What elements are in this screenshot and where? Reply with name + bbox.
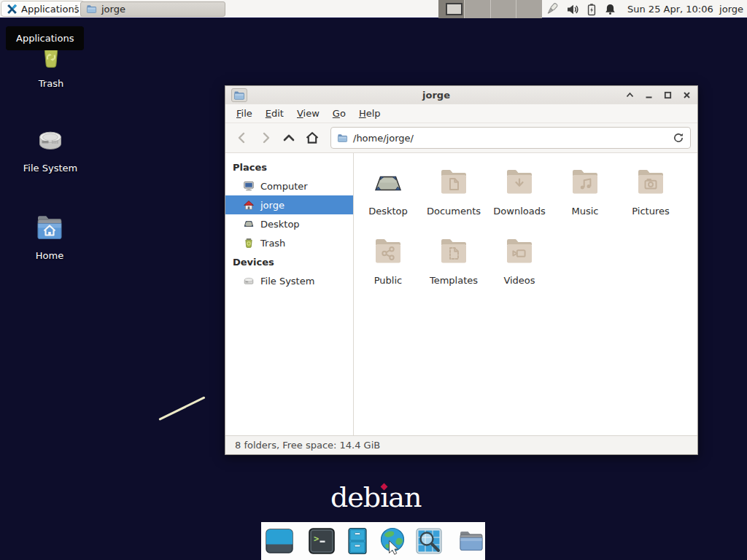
menubar: File Edit View Go Help: [225, 104, 697, 123]
pictures-folder-icon: [633, 165, 668, 200]
desktop: Applications jorge: [0, 0, 747, 560]
desktop-icon-home[interactable]: Home: [15, 210, 85, 261]
videos-folder-icon: [502, 234, 537, 269]
workspace-4[interactable]: [516, 0, 542, 18]
debian-logo-text: deb: [330, 481, 380, 513]
sidebar-item-file-system[interactable]: File System: [225, 271, 353, 290]
taskbar-window-button[interactable]: jorge: [80, 1, 225, 17]
top-panel: Applications jorge: [0, 0, 747, 18]
back-button[interactable]: [232, 128, 252, 148]
window-body: Places Computer jorge: [225, 153, 697, 435]
terminal-launcher[interactable]: >: [307, 526, 336, 556]
applications-tooltip: Applications: [6, 26, 84, 50]
sidebar-item-jorge[interactable]: jorge: [225, 195, 353, 214]
debian-logo: debıan: [330, 481, 421, 513]
menu-help[interactable]: Help: [352, 105, 387, 122]
sidebar-item-trash[interactable]: Trash: [225, 233, 353, 252]
menu-go[interactable]: Go: [326, 105, 352, 122]
application-finder-launcher[interactable]: [414, 526, 444, 556]
folder-icon: [457, 526, 486, 556]
menu-view[interactable]: View: [290, 105, 326, 122]
sidebar-item-label: jorge: [260, 200, 285, 211]
notifications-icon[interactable]: [604, 3, 616, 16]
volume-icon[interactable]: [566, 3, 579, 16]
applications-menu-button[interactable]: Applications: [1, 1, 85, 17]
folder-icon: [337, 133, 348, 144]
xfce-logo-icon: [7, 4, 18, 15]
path-entry[interactable]: /home/jorge/: [330, 127, 691, 149]
terminal-icon: >: [307, 526, 336, 556]
home-button[interactable]: [302, 128, 322, 148]
file-item-label: Pictures: [632, 206, 669, 217]
file-item-videos[interactable]: Videos: [487, 234, 552, 303]
sidebar-item-label: Trash: [260, 238, 285, 249]
desktop-icon-label: Home: [36, 250, 63, 261]
computer-icon: [243, 180, 255, 192]
desktop-icon-file-system[interactable]: File System: [15, 122, 85, 174]
home-folder-icon: [32, 210, 67, 245]
debian-logo-text: an: [388, 481, 421, 513]
drive-icon: [33, 122, 68, 158]
statusbar: 8 folders, Free space: 14.4 GiB: [225, 435, 697, 454]
file-item-label: Music: [572, 206, 599, 217]
file-item-music[interactable]: Music: [552, 165, 618, 234]
file-cabinet-icon: [343, 526, 372, 556]
debian-diamond-icon: [380, 483, 387, 491]
sidebar-item-computer[interactable]: Computer: [225, 176, 353, 195]
sidebar: Places Computer jorge: [225, 153, 354, 435]
file-item-public[interactable]: Public: [355, 234, 421, 303]
desktop-icon: [243, 218, 255, 230]
up-button[interactable]: [279, 128, 298, 148]
svg-text:>: >: [314, 534, 319, 544]
file-item-pictures[interactable]: Pictures: [618, 165, 684, 234]
file-item-label: Public: [374, 275, 402, 286]
file-item-documents[interactable]: Documents: [421, 165, 487, 234]
show-desktop-button[interactable]: [265, 526, 294, 556]
file-manager-window: jorge File Edit View Go Help: [225, 85, 698, 455]
workspace-1[interactable]: [438, 0, 465, 18]
window-titlebar[interactable]: jorge: [225, 86, 697, 104]
input-device-icon[interactable]: [545, 2, 560, 17]
workspace-window-thumbnail: [446, 3, 462, 15]
refresh-icon[interactable]: [673, 132, 684, 144]
sidebar-item-desktop[interactable]: Desktop: [225, 214, 353, 233]
downloads-folder-icon: [502, 165, 537, 200]
applications-menu-label: Applications: [21, 4, 79, 15]
clock[interactable]: Sun 25 Apr, 10:06: [627, 0, 713, 18]
workspace-3[interactable]: [491, 0, 517, 18]
folder-launcher[interactable]: [457, 526, 486, 556]
web-browser-icon: [379, 526, 408, 556]
window-controls: [625, 90, 692, 100]
path-value[interactable]: /home/jorge/: [353, 133, 667, 144]
menu-edit[interactable]: Edit: [259, 105, 290, 122]
file-item-desktop[interactable]: Desktop: [355, 165, 421, 234]
forward-button[interactable]: [255, 128, 275, 148]
close-button[interactable]: [682, 90, 692, 100]
file-item-label: Videos: [503, 275, 535, 286]
desktop-icon: [371, 165, 406, 200]
sidebar-places-header: Places: [225, 158, 353, 176]
templates-folder-icon: [436, 234, 471, 269]
sidebar-item-label: File System: [260, 276, 314, 287]
battery-icon[interactable]: [586, 3, 597, 16]
menu-file[interactable]: File: [230, 105, 259, 122]
user-home-icon: [243, 199, 255, 211]
workspace-2[interactable]: [465, 0, 491, 18]
dock-panel: >: [261, 522, 485, 560]
music-folder-icon: [568, 165, 603, 200]
file-item-downloads[interactable]: Downloads: [487, 165, 552, 234]
file-manager-launcher[interactable]: [343, 526, 372, 556]
shade-button[interactable]: [625, 90, 635, 100]
file-item-templates[interactable]: Templates: [421, 234, 487, 303]
file-item-label: Templates: [430, 275, 478, 286]
file-item-label: Documents: [427, 206, 481, 217]
web-browser-launcher[interactable]: [379, 526, 408, 556]
trash-icon: [243, 237, 255, 249]
application-finder-icon: [414, 526, 444, 556]
sidebar-item-label: Desktop: [260, 219, 300, 230]
user-menu[interactable]: jorge: [719, 0, 743, 18]
minimize-button[interactable]: [644, 90, 654, 100]
window-folder-icon: [231, 88, 247, 102]
file-item-label: Desktop: [368, 206, 408, 217]
maximize-button[interactable]: [663, 90, 673, 100]
